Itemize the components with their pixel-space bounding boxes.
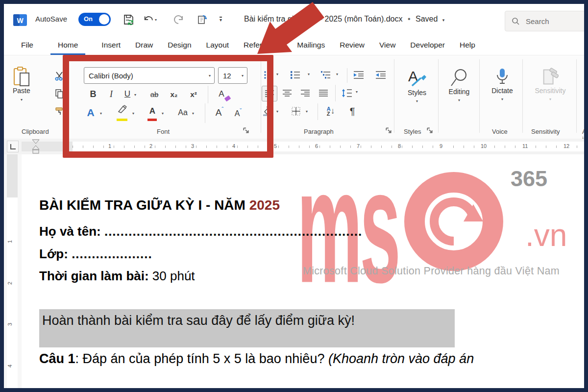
group-separator — [438, 59, 439, 133]
doc-class-line: Lớp: .................... — [39, 246, 152, 262]
document-canvas[interactable]: ms 365 .vn Microsoft Cloud Solution Prov… — [22, 154, 584, 388]
paragraph-dialog-launcher-icon[interactable] — [385, 127, 392, 134]
sensitivity-button[interactable]: Sensitivity ▾ — [529, 67, 571, 101]
decrease-indent-button[interactable] — [352, 69, 366, 81]
tab-file[interactable]: File — [14, 35, 41, 55]
styles-icon: A — [406, 67, 428, 89]
tab-developer[interactable]: Developer — [403, 35, 452, 55]
class-dots: .................... — [72, 246, 152, 261]
doc-name-line: Họ và tên: .............................… — [39, 224, 363, 239]
dictate-button[interactable]: Dictate ▾ — [486, 66, 518, 101]
ruler-number: 10 — [480, 143, 488, 149]
align-right-button[interactable] — [298, 86, 312, 100]
paragraph-group-label: Paragraph — [304, 128, 334, 135]
tab-selector[interactable] — [7, 141, 19, 152]
numbering-button[interactable] — [289, 69, 302, 81]
svg-text:W: W — [17, 17, 24, 24]
addins-button[interactable]: Add-ins — [581, 67, 584, 93]
watermark-o-arrow-icon — [401, 171, 507, 272]
voice-group-label: Voice — [492, 128, 508, 135]
search-input[interactable] — [525, 17, 581, 26]
borders-button[interactable] — [289, 104, 303, 118]
chevron-down-icon[interactable]: ▾ — [276, 72, 278, 76]
watermark-tagline: Microsoft Cloud Solution Provider hàng đ… — [303, 265, 560, 277]
justify-button[interactable] — [317, 86, 330, 100]
tab-insert[interactable]: Insert — [94, 35, 128, 55]
magnifier-icon — [450, 68, 468, 88]
dictate-label: Dictate — [491, 87, 513, 95]
vruler-number: 3 — [7, 323, 13, 326]
customize-quick-access-icon[interactable]: ▾ — [220, 17, 222, 22]
toggle-knob — [99, 14, 109, 24]
copy-qat-button[interactable] — [195, 13, 209, 26]
group-separator — [576, 59, 577, 133]
word-logo-icon: W — [13, 13, 27, 27]
annotation-red-box — [63, 55, 273, 158]
ruler-number: 6 — [314, 143, 319, 149]
tab-design[interactable]: Design — [160, 35, 198, 55]
undo-button[interactable]: ▾ — [143, 13, 157, 26]
name-label: Họ và tên: — [39, 224, 104, 239]
justify-icon — [318, 89, 328, 97]
editing-button[interactable]: Editing ▾ — [443, 68, 475, 102]
line-spacing-button[interactable] — [340, 86, 354, 100]
chevron-down-icon[interactable]: ▾ — [336, 72, 338, 76]
separator — [318, 103, 318, 120]
vruler-number: 4 — [7, 365, 13, 368]
chevron-down-icon[interactable]: ▾ — [306, 109, 308, 114]
paste-label: Paste — [13, 87, 30, 95]
vruler-number: 1 — [7, 240, 13, 243]
chevron-down-icon[interactable]: ▾ — [356, 90, 358, 94]
sort-button[interactable]: A Z ↓ — [322, 103, 339, 119]
class-label: Lớp: — [39, 246, 72, 261]
watermark-domain: .vn — [525, 217, 567, 253]
ruler-number: 5 — [273, 143, 278, 149]
decrease-indent-icon — [353, 71, 364, 79]
vruler-margin-zone — [7, 154, 18, 197]
styles-group-label: Styles — [404, 128, 421, 135]
tab-home[interactable]: Home — [50, 35, 85, 55]
highlight-text: Hoàn thành bài kiểm tra sau đây để lấy đ… — [39, 309, 455, 328]
separator — [347, 68, 347, 83]
search-icon — [511, 17, 520, 25]
vertical-ruler[interactable]: 1 2 3 4 — [4, 154, 22, 388]
increase-indent-button[interactable] — [374, 69, 388, 81]
undo-icon — [143, 14, 155, 25]
editing-label: Editing — [449, 88, 470, 96]
title-separator: • — [408, 15, 411, 23]
paste-button[interactable]: Paste ▾ — [13, 66, 30, 102]
multilevel-list-button[interactable] — [319, 69, 332, 81]
tab-layout[interactable]: Layout — [199, 35, 237, 55]
chevron-down-icon: ▾ — [21, 98, 23, 102]
indent-marker-icon[interactable] — [31, 139, 40, 154]
vruler-number: 2 — [7, 282, 13, 285]
group-separator — [522, 59, 523, 133]
chevron-down-icon[interactable]: ▾ — [276, 109, 278, 114]
autosave-toggle[interactable]: On — [78, 13, 111, 26]
tab-draw[interactable]: Draw — [128, 35, 160, 55]
search-box[interactable] — [505, 11, 584, 31]
ruler-number: 7 — [356, 143, 361, 149]
chevron-down-icon[interactable]: ▾ — [308, 72, 310, 76]
saved-status: Saved — [416, 15, 438, 23]
chevron-down-icon: ▾ — [458, 98, 460, 102]
sensitivity-label: Sensitivity — [535, 87, 565, 95]
redo-icon — [172, 14, 184, 25]
styles-dialog-launcher-icon[interactable] — [426, 127, 433, 134]
align-center-button[interactable] — [280, 86, 294, 100]
align-center-icon — [282, 89, 292, 97]
tab-help[interactable]: Help — [452, 35, 483, 55]
show-hide-paragraph-button[interactable]: ¶ — [345, 103, 360, 119]
save-button[interactable] — [122, 13, 135, 26]
redo-button[interactable] — [172, 13, 185, 26]
sensitivity-icon — [542, 67, 559, 87]
chevron-down-icon: ▾ — [155, 18, 157, 22]
chevron-down-icon: ▾ — [442, 18, 445, 23]
tab-view[interactable]: View — [372, 35, 403, 55]
watermark-365-badge: 365 — [511, 166, 547, 192]
doc-title-year: 2025 — [249, 197, 280, 213]
doc-title-line: BÀI KIỂM TRA GIỮA KỲ I - NĂM 2025 — [39, 197, 280, 213]
styles-button[interactable]: A Styles ▾ — [401, 67, 433, 103]
line-spacing-icon — [342, 89, 352, 98]
sort-arrow-icon: ↓ — [331, 106, 335, 116]
